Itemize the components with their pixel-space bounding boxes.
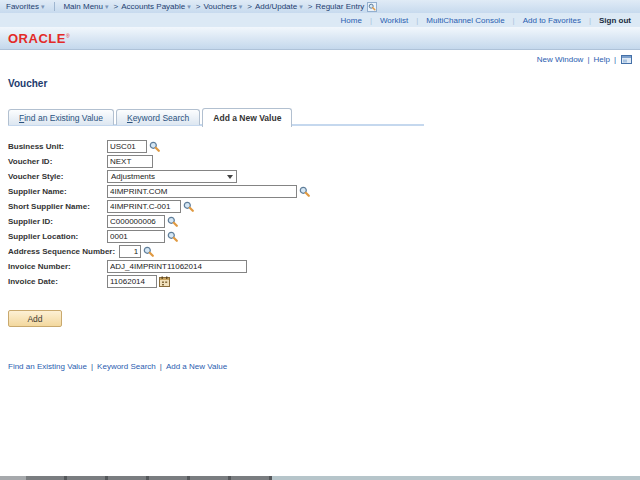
breadcrumb-bar: Favorites▾Main Menu▾>Accounts Payable▾>V… xyxy=(0,0,640,13)
peoplesoft-voucher-window: Favorites▾Main Menu▾>Accounts Payable▾>V… xyxy=(0,0,640,480)
breadcrumb-item-vouchers[interactable]: Vouchers xyxy=(203,2,236,11)
page-title: Voucher xyxy=(8,78,47,89)
chevron-down-icon xyxy=(227,175,233,179)
help-link[interactable]: Help xyxy=(593,55,609,64)
field-row-supplier-name: Supplier Name: xyxy=(8,185,310,198)
separator: | xyxy=(160,362,162,371)
supplier-location-input[interactable] xyxy=(107,230,165,243)
field-row-address-sequence-number: Address Sequence Number: xyxy=(8,245,310,258)
taskbar-edge xyxy=(0,476,640,480)
invoice-date-input[interactable] xyxy=(107,275,157,288)
header-links: Home|Worklist|MultiChannel Console|Add t… xyxy=(341,16,631,25)
voucher-style-label: Voucher Style: xyxy=(8,172,107,181)
separator: | xyxy=(587,55,589,64)
tab-find-an-existing-value[interactable]: Find an Existing Value xyxy=(8,109,114,125)
personalize-page-icon[interactable] xyxy=(621,55,632,64)
address-sequence-number-input[interactable] xyxy=(119,245,141,258)
chevron-down-icon: ▾ xyxy=(239,3,243,10)
field-row-supplier-id: Supplier ID: xyxy=(8,215,310,228)
add-button[interactable]: Add xyxy=(8,310,62,327)
voucher-style-value: Adjustments xyxy=(111,172,155,181)
lookup-icon[interactable] xyxy=(143,246,154,257)
tab-add-a-new-value[interactable]: Add a New Value xyxy=(202,108,292,127)
separator: | xyxy=(589,16,591,25)
invoice-date-label: Invoice Date: xyxy=(8,277,107,286)
field-row-short-supplier-name: Short Supplier Name: xyxy=(8,200,310,213)
separator: | xyxy=(513,16,515,25)
sign-out-link[interactable]: Sign out xyxy=(599,16,631,25)
supplier-id-label: Supplier ID: xyxy=(8,217,107,226)
breadcrumb-arrow: > xyxy=(114,2,119,11)
lookup-icon[interactable] xyxy=(167,231,178,242)
breadcrumb-item-accounts-payable[interactable]: Accounts Payable xyxy=(121,2,185,11)
breadcrumb-item-add-update[interactable]: Add/Update xyxy=(255,2,297,11)
tab-bar: Find an Existing ValueKeyword SearchAdd … xyxy=(8,108,292,127)
separator: | xyxy=(614,55,616,64)
supplier-id-input[interactable] xyxy=(107,215,165,228)
field-row-voucher-id: Voucher ID: xyxy=(8,155,310,168)
breadcrumb-item-regular-entry[interactable]: Regular Entry xyxy=(315,2,364,11)
chevron-down-icon: ▾ xyxy=(187,3,191,10)
taskbar-segment xyxy=(0,476,26,480)
header-link-home[interactable]: Home xyxy=(341,16,362,25)
chevron-down-icon: ▾ xyxy=(105,3,109,10)
separator: | xyxy=(91,362,93,371)
short-supplier-name-input[interactable] xyxy=(107,200,181,213)
lookup-icon[interactable] xyxy=(149,141,160,152)
breadcrumb-arrow: > xyxy=(196,2,201,11)
field-row-invoice-date: Invoice Date: xyxy=(8,275,310,288)
field-row-voucher-style: Voucher Style:Adjustments xyxy=(8,170,310,183)
page-action-bar: New Window | Help | xyxy=(537,55,632,64)
breadcrumb: Favorites▾Main Menu▾>Accounts Payable▾>V… xyxy=(6,2,377,12)
separator: | xyxy=(416,16,418,25)
voucher-id-input[interactable] xyxy=(107,155,153,168)
field-row-business-unit: Business Unit: xyxy=(8,140,310,153)
lookup-icon[interactable] xyxy=(167,216,178,227)
oracle-logo: ORACLE® xyxy=(8,31,70,46)
field-row-supplier-location: Supplier Location: xyxy=(8,230,310,243)
breadcrumb-item-main-menu[interactable]: Main Menu xyxy=(63,2,103,11)
business-unit-input[interactable] xyxy=(107,140,147,153)
footer-links: Find an Existing Value|Keyword Search|Ad… xyxy=(8,362,227,371)
voucher-style-select[interactable]: Adjustments xyxy=(107,170,237,183)
lookup-icon[interactable] xyxy=(183,201,194,212)
invoice-number-input[interactable] xyxy=(107,260,247,273)
header-link-multichannel-console[interactable]: MultiChannel Console xyxy=(426,16,504,25)
separator: | xyxy=(370,16,372,25)
header-links-bar: Home|Worklist|MultiChannel Console|Add t… xyxy=(0,13,640,27)
breadcrumb-arrow: > xyxy=(247,2,252,11)
lookup-icon[interactable] xyxy=(299,186,310,197)
chevron-down-icon: ▾ xyxy=(41,3,45,10)
footer-link-keyword-search[interactable]: Keyword Search xyxy=(97,362,156,371)
footer-link-find-an-existing-value[interactable]: Find an Existing Value xyxy=(8,362,87,371)
chevron-down-icon: ▾ xyxy=(299,3,303,10)
breadcrumb-item-favorites[interactable]: Favorites xyxy=(6,2,39,11)
calendar-icon[interactable] xyxy=(159,276,170,287)
header-link-worklist[interactable]: Worklist xyxy=(380,16,408,25)
add-new-value-form: Business Unit:Voucher ID:Voucher Style:A… xyxy=(8,140,310,290)
breadcrumb-divider xyxy=(54,2,55,11)
field-row-invoice-number: Invoice Number: xyxy=(8,260,310,273)
supplier-name-input[interactable] xyxy=(107,185,297,198)
breadcrumb-search-icon[interactable] xyxy=(367,2,377,12)
short-supplier-name-label: Short Supplier Name: xyxy=(8,202,107,211)
header-link-add-to-favorites[interactable]: Add to Favorites xyxy=(523,16,581,25)
business-unit-label: Business Unit: xyxy=(8,142,107,151)
brand-band: ORACLE® xyxy=(0,27,640,50)
invoice-number-label: Invoice Number: xyxy=(8,262,107,271)
new-window-link[interactable]: New Window xyxy=(537,55,584,64)
breadcrumb-arrow: > xyxy=(308,2,313,11)
supplier-location-label: Supplier Location: xyxy=(8,232,107,241)
footer-link-add-a-new-value[interactable]: Add a New Value xyxy=(166,362,227,371)
address-sequence-number-label: Address Sequence Number: xyxy=(8,247,119,256)
taskbar-segment xyxy=(26,476,272,480)
voucher-id-label: Voucher ID: xyxy=(8,157,107,166)
supplier-name-label: Supplier Name: xyxy=(8,187,107,196)
tab-keyword-search[interactable]: Keyword Search xyxy=(116,109,200,125)
